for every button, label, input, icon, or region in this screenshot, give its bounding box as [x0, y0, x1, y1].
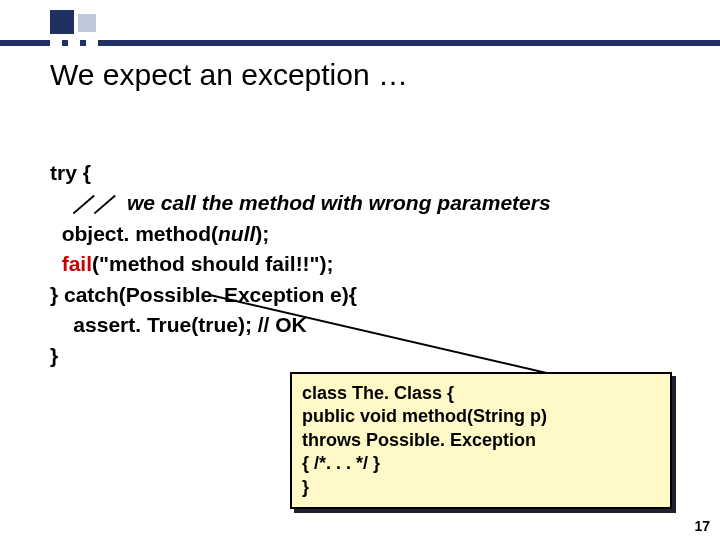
- callout-l4: { /*. . . */ }: [302, 453, 380, 473]
- slide: We expect an exception … try { ／／ we cal…: [0, 0, 720, 540]
- callout-l1: class The. Class {: [302, 383, 454, 403]
- page-number: 17: [694, 518, 710, 534]
- callout-box: class The. Class { public void method(St…: [290, 372, 672, 509]
- callout-l2: public void method(String p): [302, 406, 547, 426]
- callout-l5: }: [302, 477, 309, 497]
- callout-l3: throws Possible. Exception: [302, 430, 536, 450]
